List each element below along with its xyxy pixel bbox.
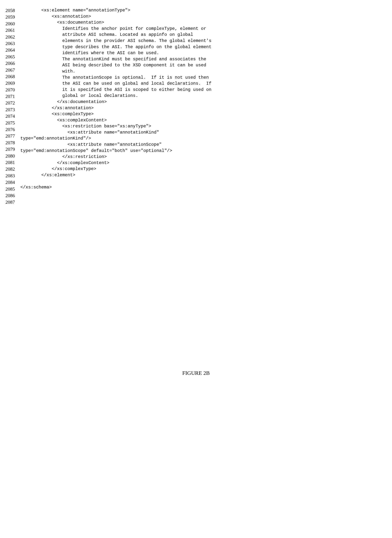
line-number-gutter: 2058 2059 2060 2061 2062 2063 2064 2065 …	[5, 7, 20, 206]
code-content: <xs:element name="annotationType"> <xs:a…	[20, 7, 211, 206]
figure-caption: FIGURE 2B	[5, 369, 387, 377]
code-block: 2058 2059 2060 2061 2062 2063 2064 2065 …	[5, 7, 387, 206]
